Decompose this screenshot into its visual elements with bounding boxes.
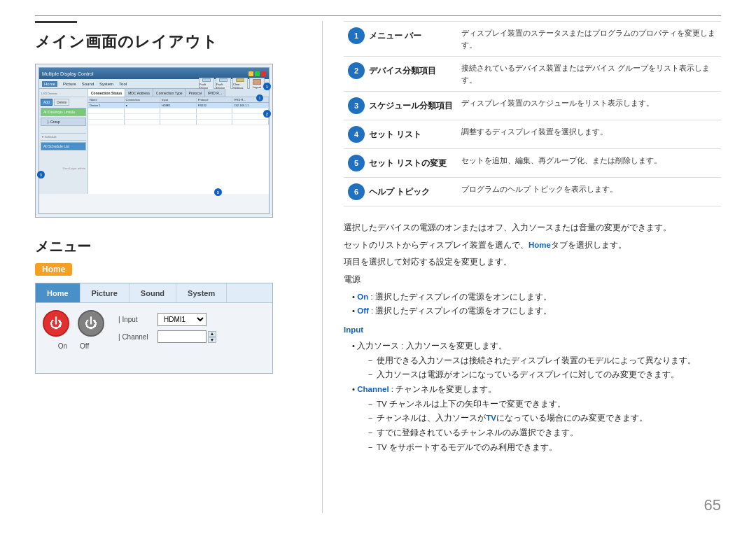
off-item: Off : 選択したディスプレイの電源をオフにします。 [352, 304, 721, 318]
info-num-6: 6 [348, 183, 365, 200]
close-btn[interactable] [261, 71, 266, 76]
ui-mockup-tabs: Home Picture Sound System [36, 283, 272, 303]
app-body: LSD Devices Add Delete All Desktops Limi… [39, 89, 269, 194]
on-suffix: : 選択したディスプレイの電源をオンにします。 [368, 293, 552, 301]
table-row-1[interactable]: Device 1 ● HDMI1 RS232 192.168.1.1 [88, 103, 269, 108]
channel-bullet: Channel : チャンネルを変更します。 TV チャンネルは上下の矢印キーで… [352, 382, 721, 454]
info-num-1: 1 [348, 27, 365, 44]
col-name: Name [88, 97, 125, 102]
maximize-btn[interactable] [255, 71, 260, 76]
mockup-tab-sound[interactable]: Sound [130, 283, 176, 302]
sidebar-group[interactable]: ├ Group [41, 118, 86, 126]
power-labels: On Off [58, 342, 90, 350]
on-item: On : 選択したディスプレイの電源をオンにします。 [352, 290, 721, 304]
power-on-icon: ⏻ [50, 316, 62, 331]
off-label: Off [80, 342, 89, 350]
table-row-4[interactable] [88, 120, 269, 125]
power-on-button[interactable]: ⏻ [43, 310, 69, 337]
badge-5: 5 [214, 188, 222, 196]
channel-sub4: TV をサポートするモデルでのみ利用できます。 [366, 440, 721, 455]
channel-up[interactable]: ▲ [208, 331, 216, 337]
info-num-4: 4 [348, 126, 365, 143]
info-label-4: 4 セット リスト [348, 126, 453, 143]
sidebar-all-desktops[interactable]: All Desktops Limit&s [41, 108, 86, 116]
app-main: Connection Status MDC Address Connection… [88, 89, 269, 194]
menubar-sound[interactable]: Sound [82, 82, 94, 86]
input-header: Input [344, 323, 721, 337]
top-separator-line [35, 15, 721, 16]
column-divider [322, 21, 323, 513]
menubar-home[interactable]: Home [42, 81, 57, 87]
toolbar-logout[interactable]: Logout [249, 78, 265, 90]
mockup-tab-system[interactable]: System [176, 283, 227, 302]
menubar-system[interactable]: System [99, 82, 113, 86]
minimize-btn[interactable] [248, 71, 253, 76]
toolbar-clear-settings[interactable]: Clear Settings [232, 78, 248, 90]
right-column: 1 メニュー バー ディスプレイ装置のステータスまたはプログラムのプロパティを変… [337, 21, 721, 513]
number-badges: 1 [256, 94, 263, 101]
channel-label: | Channel [118, 333, 153, 341]
para2-prefix: セットのリストからディスプレイ装置を選んで、 [344, 241, 528, 249]
info-desc-3: ディスプレイ装置のスケジュールをリスト表示します。 [457, 92, 721, 120]
add-btn[interactable]: Add [41, 99, 52, 106]
screenshot-badges: 1 2 [263, 83, 271, 118]
input-select[interactable]: HDMI1 HDMI2 DVI [158, 313, 206, 326]
info-num-3: 3 [348, 97, 365, 114]
para2: セットのリストからディスプレイ装置を選んで、Homeタブを選択します。 [344, 238, 721, 253]
channel-sub2-prefix: チャンネルは、入力ソースが [377, 414, 486, 422]
para3: 項目を選択して対応する設定を変更します。 [344, 255, 721, 269]
para2-home: Home [528, 241, 551, 249]
toolbar-fault-device-2[interactable]: Fault Device [216, 78, 231, 90]
input-bullet: 入力ソース : 入力ソースを変更します。 使用できる入力ソースは接続されたディス… [352, 339, 721, 382]
para1: 選択したデバイスの電源のオンまたはオフ、入力ソースまたは音量の変更ができます。 [344, 220, 721, 235]
channel-sub2: チャンネルは、入力ソースがTVになっている場合にのみ変更できます。 [366, 411, 721, 426]
power-off-button[interactable]: ⏻ [78, 310, 104, 337]
channel-prefix: Channel [357, 385, 388, 393]
table-row-2[interactable] [88, 108, 269, 114]
info-row-3: 3 スケジュール分類項目 ディスプレイ装置のスケジュールをリスト表示します。 [344, 92, 721, 120]
tab-connection-type[interactable]: Connection Type [153, 89, 186, 97]
info-label-1: 1 メニュー バー [348, 27, 453, 44]
col-protocol: Protocol [197, 97, 233, 102]
power-row: ⏻ ⏻ [43, 310, 104, 337]
info-row-5: 5 セット リストの変更 セットを追加、編集、再グループ化、または削除します。 [344, 149, 721, 178]
info-desc-1: ディスプレイ装置のステータスまたはプログラムのプロパティを変更します。 [457, 22, 721, 57]
input-sub1: 使用できる入力ソースは接続されたディスプレイ装置のモデルによって異なります。 [366, 353, 721, 368]
table-header: Name Connection Input Protocol IP/ID R..… [88, 97, 269, 103]
col-input: Input [160, 97, 197, 102]
table-row-3[interactable] [88, 114, 269, 120]
channel-down[interactable]: ▼ [208, 337, 216, 343]
info-desc-6: プログラムのヘルプ トピックを表示します。 [457, 178, 721, 206]
tab-protocol[interactable]: Protocol [186, 89, 204, 97]
info-table: 1 メニュー バー ディスプレイ装置のステータスまたはプログラムのプロパティを変… [344, 21, 721, 206]
channel-input[interactable] [158, 330, 206, 343]
title-bar-decoration [35, 21, 77, 23]
info-desc-5: セットを追加、編集、再グループ化、または削除します。 [457, 149, 721, 178]
off-prefix: Off [357, 307, 369, 315]
menubar-picture[interactable]: Picture [63, 82, 76, 86]
sidebar-all-schedule[interactable]: All Schedule List [41, 142, 86, 150]
ui-mockup-body: ⏻ ⏻ On Off | [36, 303, 272, 357]
app-table: Name Connection Input Protocol IP/ID R..… [88, 97, 269, 125]
tab-mdc-address[interactable]: MDC Address [125, 89, 153, 97]
info-desc-2: 接続されているデバイス装置またはデバイス グループをリスト表示します。 [457, 57, 721, 92]
power-list: On : 選択したディスプレイの電源をオンにします。 Off : 選択したディス… [344, 290, 721, 318]
tab-connection-status[interactable]: Connection Status [88, 89, 125, 97]
mockup-tab-home[interactable]: Home [36, 283, 80, 302]
delete-btn[interactable]: Delete [54, 99, 69, 106]
channel-sub-list: TV チャンネルは上下の矢印キーで変更できます。 チャンネルは、入力ソースがTV… [352, 397, 721, 455]
channel-row: | Channel ▲ ▼ [118, 330, 216, 343]
info-num-5: 5 [348, 155, 365, 171]
info-label-text-5: セット リストの変更 [369, 157, 447, 169]
on-label: On [58, 342, 67, 350]
menubar-tool[interactable]: Tool [119, 82, 127, 86]
app-main-tabs: Connection Status MDC Address Connection… [88, 89, 269, 97]
body-text: 選択したデバイスの電源のオンまたはオフ、入力ソースまたは音量の変更ができます。 … [344, 220, 721, 454]
menu-title: メニュー [35, 237, 287, 256]
mockup-tab-picture[interactable]: Picture [80, 283, 130, 302]
channel-sub2-suffix: になっている場合にのみ変更できます。 [496, 414, 648, 422]
toolbar-fault-device-1[interactable]: Fault Device [199, 78, 214, 90]
channel-spinners: ▲ ▼ [208, 331, 216, 343]
app-menubar: Home Picture Sound System Tool Fault Dev… [39, 79, 269, 89]
tab-ip-id[interactable]: IP/ID R... [205, 89, 225, 97]
